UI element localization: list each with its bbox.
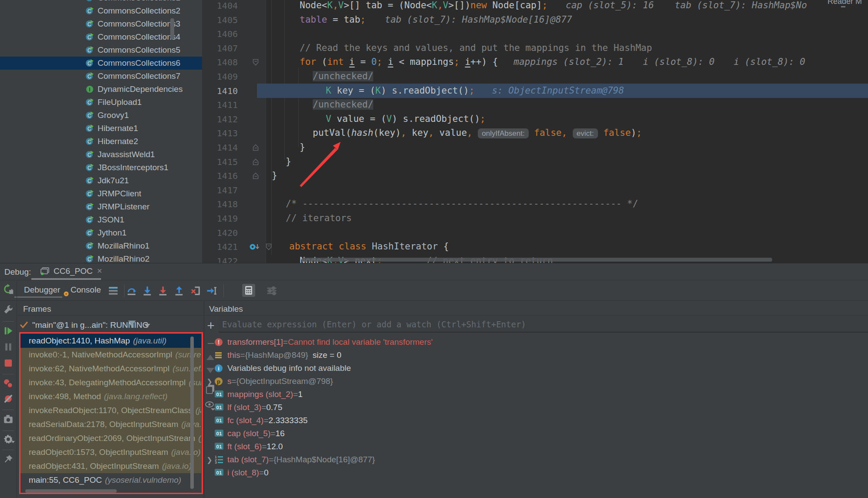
line-number: 1413 — [202, 128, 238, 138]
svg-text:01: 01 — [216, 418, 222, 423]
fold-end-icon[interactable] — [253, 158, 259, 165]
code-line[interactable]: // Read the keys and values, and put the… — [300, 41, 652, 55]
runnable-class-icon: C — [85, 215, 94, 224]
expand-chevron-icon[interactable]: ❯ — [205, 377, 214, 386]
line-number: 1422 — [202, 256, 238, 263]
tree-item[interactable]: IDynamicDependencies — [0, 83, 202, 96]
code-line[interactable]: V value = (V) s.readObject(); — [326, 112, 486, 126]
line-number: 1405 — [202, 15, 238, 25]
code-editor[interactable]: 1404Node<K,V>[] tab = (Node<K,V>[])new N… — [202, 0, 868, 263]
debug-window-label: Debug: — [4, 267, 31, 277]
runnable-class-icon: C — [85, 59, 94, 67]
tree-item[interactable]: CJython1 — [0, 226, 202, 239]
prim-variable-icon: 01 — [214, 390, 224, 399]
prim-variable-icon: 01 — [214, 442, 224, 451]
line-number: 1411 — [202, 100, 238, 110]
runnable-class-icon: C — [85, 176, 94, 185]
code-area[interactable]: 1404Node<K,V>[] tab = (Node<K,V>[])new N… — [202, 0, 868, 263]
variable-row[interactable]: !transformers[1] = Cannot find local var… — [205, 336, 858, 349]
fold-start-icon[interactable] — [253, 59, 259, 66]
tree-item[interactable]: CCommonsCollections1 — [0, 0, 202, 4]
variable-row[interactable]: 01ft (slot_6) = 12.0 — [205, 440, 858, 453]
tree-item[interactable]: CCommonsCollections7 — [0, 70, 202, 83]
fold-end-icon[interactable] — [253, 144, 259, 151]
code-line[interactable]: /* -------------------------------------… — [286, 197, 638, 211]
runnable-class-icon: C — [85, 189, 94, 198]
line-number: 1420 — [202, 228, 238, 238]
code-line[interactable]: table = tab;tab (slot_7): HashMap$Node[1… — [300, 13, 572, 27]
info-variable-icon: i — [214, 364, 224, 373]
code-line[interactable]: } — [272, 168, 277, 183]
variable-row[interactable]: ❯123tab (slot_7) = {HashMap$Node[16]@877… — [205, 453, 858, 466]
tab-debugger[interactable]: Debugger — [24, 285, 60, 295]
variable-row[interactable]: this = {HashMap@849}size = 0 — [205, 349, 858, 362]
tree-item[interactable]: CCommonsCollections2 — [0, 4, 202, 17]
reader-mode-toggle[interactable]: Reader M — [827, 0, 862, 6]
fold-start-icon[interactable] — [266, 243, 272, 250]
tree-scrollbar[interactable] — [170, 18, 174, 39]
line-number: 1406 — [202, 29, 238, 39]
tree-item[interactable]: CFileUpload1 — [0, 96, 202, 109]
line-number: 1419 — [202, 213, 238, 224]
code-line[interactable]: K key = (K) s.readObject();s: ObjectInpu… — [326, 84, 624, 98]
close-tab-icon[interactable]: × — [97, 266, 102, 276]
watch-variable-icon — [214, 351, 224, 360]
prim-variable-icon: 01 — [214, 429, 224, 438]
debug-tool-window: Debug: CC6_POC × Debugger Console Frames — [0, 263, 868, 498]
tree-item[interactable]: CJSON1 — [0, 213, 202, 226]
inline-debug-hint: i (slot_8): 0 — [643, 57, 714, 67]
code-line[interactable]: Node<K,V>[] tab = (Node<K,V>[])new Node[… — [300, 0, 807, 13]
variable-row[interactable]: iVariables debug info not available — [205, 362, 858, 375]
expand-chevron-icon[interactable]: ❯ — [205, 456, 214, 464]
code-line[interactable]: } — [286, 155, 291, 169]
tree-item[interactable]: CHibernate1 — [0, 122, 202, 135]
inline-debug-hint: mappings (slot_2): 1 — [513, 57, 624, 67]
code-line[interactable]: putVal(hash(key), key, value, onlyIfAbse… — [313, 126, 642, 141]
evaluate-expression-input[interactable]: Evaluate expression (Enter) or add a wat… — [219, 316, 868, 333]
runnable-class-icon: C — [85, 202, 94, 211]
tree-item[interactable]: CCommonsCollections5 — [0, 44, 202, 57]
code-line[interactable]: abstract class HashIterator { — [289, 239, 449, 254]
inline-debug-hint: cap (slot_5): 16 — [566, 0, 654, 10]
line-number: 1417 — [202, 185, 238, 195]
project-tree[interactable]: CCommonsCollections1CCommonsCollections2… — [0, 0, 202, 263]
tree-item[interactable]: CJdk7u21 — [0, 174, 202, 187]
tree-item[interactable]: CJBossInterceptors1 — [0, 161, 202, 174]
add-watch-icon[interactable]: + — [205, 320, 217, 332]
interface-icon: I — [85, 85, 94, 94]
ide-window: CCommonsCollections1CCommonsCollections2… — [0, 0, 868, 498]
variable-row[interactable]: 01lf (slot_3) = 0.75 — [205, 401, 858, 414]
code-line[interactable]: /unchecked/ — [313, 98, 373, 112]
tree-item[interactable]: CJRMPClient — [0, 187, 202, 200]
tab-console[interactable]: Console — [71, 285, 101, 295]
tree-item[interactable]: CMozillaRhino2 — [0, 252, 202, 263]
tree-item[interactable]: CMozillaRhino1 — [0, 239, 202, 252]
tree-item[interactable]: CHibernate2 — [0, 135, 202, 148]
variable-row[interactable]: 01fc (slot_4) = 2.3333335 — [205, 414, 858, 427]
svg-text:p: p — [217, 378, 220, 385]
code-line[interactable]: for (int i = 0; i < mappings; i++) {mapp… — [300, 55, 805, 69]
tab-cc6-poc[interactable]: CC6_POC × — [41, 266, 102, 276]
tree-item[interactable]: CCommonsCollections6 — [0, 57, 202, 70]
runnable-class-icon: C — [85, 98, 94, 107]
code-line[interactable]: } — [300, 140, 305, 155]
line-number: 1412 — [202, 114, 238, 124]
tree-item[interactable]: CJRMPListener — [0, 200, 202, 213]
variable-row[interactable]: ❯ps = {ObjectInputStream@798} — [205, 375, 858, 388]
inline-debug-hint: i (slot_8): 0 — [734, 57, 805, 67]
variable-row[interactable]: 01mappings (slot_2) = 1 — [205, 388, 858, 401]
navigate-gutter-icon[interactable] — [249, 243, 261, 252]
svg-text:3: 3 — [215, 461, 217, 464]
code-line[interactable]: /unchecked/ — [313, 69, 373, 84]
editor-horizontal-scrollbar[interactable] — [302, 258, 772, 262]
tree-item[interactable]: CGroovy1 — [0, 109, 202, 122]
svg-text:I: I — [89, 87, 90, 93]
svg-text:01: 01 — [216, 470, 222, 475]
code-line[interactable]: // iterators — [286, 211, 352, 225]
runnable-class-icon: C — [85, 150, 94, 159]
tree-item[interactable]: CJavassistWeld1 — [0, 148, 202, 161]
svg-text:!: ! — [218, 339, 220, 346]
variable-row[interactable]: 01i (slot_8) = 0 — [205, 466, 858, 479]
fold-end-icon[interactable] — [253, 172, 259, 179]
variable-row[interactable]: 01cap (slot_5) = 16 — [205, 427, 858, 440]
